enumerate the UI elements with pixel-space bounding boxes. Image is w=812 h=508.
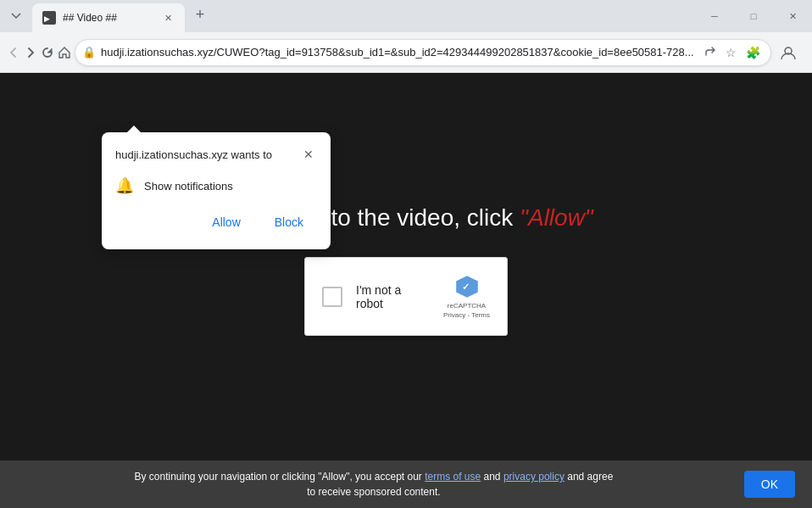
recaptcha-logo-icon: ✓ [453, 273, 481, 300]
consent-ok-button[interactable]: OK [744, 471, 795, 498]
address-actions: ☆ 🧩 [699, 42, 764, 63]
consent-text-after: and agree [565, 471, 613, 483]
popup-title: hudji.izationsuchas.xyz wants to [115, 148, 272, 161]
home-button[interactable] [58, 39, 71, 66]
share-icon[interactable] [699, 42, 720, 63]
forward-button[interactable] [24, 39, 37, 66]
consent-text-before: By continuing your navigation or clickin… [134, 471, 425, 483]
tab-title: ## Video ## [63, 12, 154, 24]
minimize-button[interactable]: ─ [695, 0, 734, 32]
menu-icon[interactable]: ⋮ [804, 39, 812, 66]
bell-icon: 🔔 [115, 176, 134, 195]
toolbar-icons: ⋮ [775, 39, 812, 66]
privacy-policy-link[interactable]: privacy policy [503, 471, 565, 483]
popup-header: hudji.izationsuchas.xyz wants to ✕ [102, 132, 331, 170]
tab-dropdown[interactable] [0, 0, 32, 32]
browser-toolbar: 🔒 hudji.izationsuchas.xyz/CUWEO?tag_id=9… [0, 32, 812, 73]
address-bar[interactable]: 🔒 hudji.izationsuchas.xyz/CUWEO?tag_id=9… [75, 39, 771, 66]
content-area: To access to the video, click "Allow" I'… [0, 73, 812, 508]
active-tab[interactable]: ▶ ## Video ## ✕ [32, 3, 185, 32]
consent-bar: By continuing your navigation or clickin… [0, 461, 812, 508]
extensions-icon[interactable]: 🧩 [743, 42, 764, 63]
tab-close-button[interactable]: ✕ [161, 11, 175, 25]
recaptcha-label: I'm not a robot [356, 283, 430, 310]
recaptcha-widget: I'm not a robot ✓ reCAPTCHA Privacy - Te… [304, 257, 508, 336]
terms-of-use-link[interactable]: terms of use [425, 471, 481, 483]
notification-permission-popup: hudji.izationsuchas.xyz wants to ✕ 🔔 Sho… [102, 132, 331, 249]
recaptcha-brand-name: reCAPTCHA [443, 302, 490, 310]
security-icon: 🔒 [82, 46, 96, 59]
consent-text-line2: to receive sponsored content. [307, 486, 440, 498]
block-button[interactable]: Block [261, 209, 317, 236]
maximize-button[interactable]: □ [734, 0, 773, 32]
tab-favicon: ▶ [42, 11, 56, 25]
recaptcha-branding: reCAPTCHA Privacy - Terms [443, 302, 490, 320]
url-display: hudji.izationsuchas.xyz/CUWEO?tag_id=913… [101, 46, 694, 59]
tab-bar: ▶ ## Video ## ✕ + ─ □ ✕ [0, 0, 812, 32]
back-button[interactable] [7, 39, 20, 66]
consent-text-middle: and [481, 471, 503, 483]
recaptcha-brand-links: Privacy - Terms [443, 311, 490, 320]
close-button[interactable]: ✕ [773, 0, 812, 32]
popup-close-button[interactable]: ✕ [300, 146, 317, 163]
consent-text: By continuing your navigation or clickin… [17, 469, 731, 500]
svg-text:▶: ▶ [44, 14, 50, 23]
svg-text:✓: ✓ [461, 282, 469, 292]
popup-row-label: Show notifications [144, 180, 233, 193]
window-controls: ─ □ ✕ [695, 0, 812, 32]
video-text-allow: "Allow" [520, 204, 593, 231]
profile-icon[interactable] [775, 39, 802, 66]
recaptcha-logo: ✓ reCAPTCHA Privacy - Terms [443, 273, 490, 320]
popup-content-row: 🔔 Show notifications [102, 170, 331, 209]
popup-arrow [127, 126, 141, 132]
bookmark-icon[interactable]: ☆ [721, 42, 742, 63]
reload-button[interactable] [41, 39, 54, 66]
popup-action-buttons: Allow Block [102, 209, 331, 249]
new-tab-button[interactable]: + [188, 3, 212, 26]
allow-button[interactable]: Allow [198, 209, 253, 236]
browser-frame: ▶ ## Video ## ✕ + ─ □ ✕ 🔒 hudji.izations… [0, 0, 812, 508]
recaptcha-checkbox[interactable] [322, 287, 342, 307]
